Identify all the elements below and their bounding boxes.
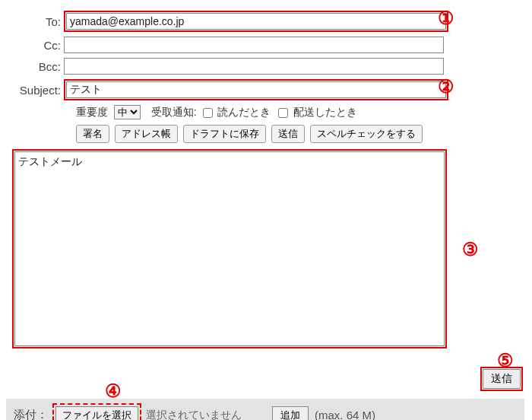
subject-input[interactable] (66, 81, 446, 98)
save-draft-button[interactable]: ドラフトに保存 (183, 125, 266, 143)
callout-3: ③ (462, 240, 479, 259)
callout-5: ⑤ (497, 352, 514, 370)
label-receipt: 受取通知: (151, 106, 197, 118)
importance-select[interactable]: 中 (114, 105, 141, 119)
bcc-input[interactable] (64, 58, 444, 75)
callout-1: ① (438, 9, 454, 27)
cc-input[interactable] (64, 37, 444, 53)
body-textarea[interactable]: テストメール (14, 151, 445, 346)
to-input[interactable] (66, 13, 446, 30)
label-importance: 重要度 (76, 106, 108, 118)
choose-file-button[interactable]: ファイルを選択 (55, 406, 138, 420)
callout-2: ② (438, 78, 454, 96)
add-attachment-button[interactable]: 追加 (272, 406, 309, 420)
max-size-text: (max. 64 M) (315, 409, 375, 420)
send-button[interactable]: 送信 (483, 369, 521, 389)
receipt-deliver-checkbox[interactable] (278, 108, 288, 118)
signature-button[interactable]: 署名 (76, 125, 109, 143)
label-read-when: 読んだとき (217, 106, 271, 118)
label-deliver-when: 配送したとき (293, 106, 357, 118)
addressbook-button[interactable]: アドレス帳 (115, 125, 178, 143)
label-subject: Subject: (18, 84, 64, 97)
spellcheck-button[interactable]: スペルチェックをする (310, 125, 423, 143)
no-file-text: 選択されていません (146, 409, 242, 420)
receipt-read-checkbox[interactable] (203, 108, 213, 118)
label-cc: Cc: (18, 39, 64, 52)
label-bcc: Bcc: (18, 60, 64, 73)
label-attach: 添付： (14, 408, 48, 420)
send-small-button[interactable]: 送信 (271, 125, 305, 143)
callout-4: ④ (105, 382, 122, 400)
label-to: To: (18, 15, 64, 28)
